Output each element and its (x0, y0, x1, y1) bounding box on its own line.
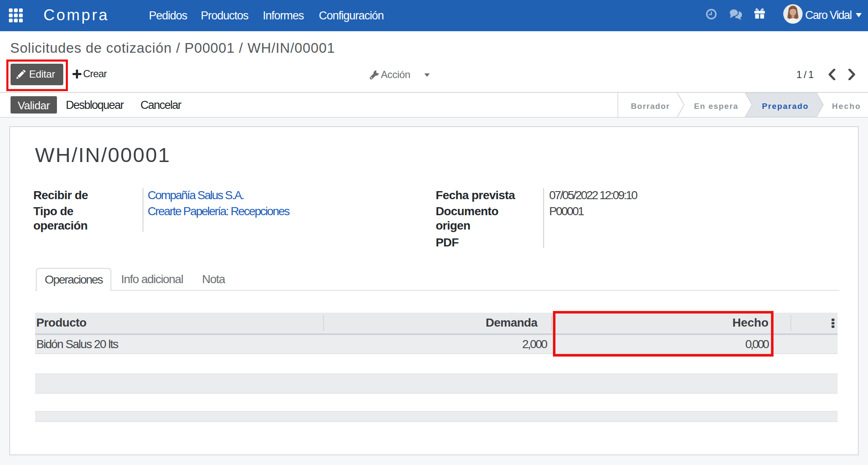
svg-text:En espera: En espera (694, 102, 738, 111)
svg-text:Preparado: Preparado (762, 102, 809, 111)
svg-text:Borrador: Borrador (631, 102, 670, 111)
svg-text:Hecho: Hecho (832, 102, 861, 111)
